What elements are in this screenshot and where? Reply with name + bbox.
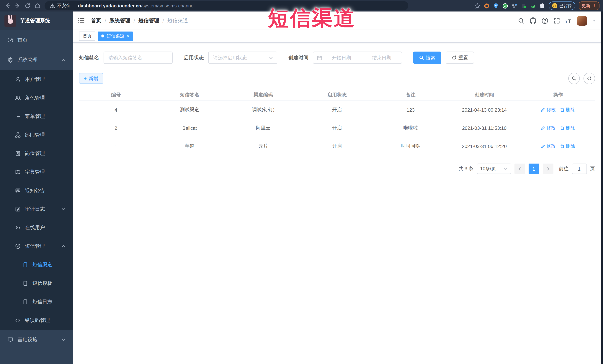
cell-code: 阿里云 — [226, 125, 300, 131]
sidebar-item-label: 短信渠道 — [32, 262, 52, 268]
toggle-search-button[interactable] — [568, 73, 580, 84]
search-icon — [571, 76, 576, 81]
edit-link[interactable]: 修改 — [541, 143, 556, 149]
refresh-table-button[interactable] — [583, 73, 595, 84]
sidebar-item-label: 通知公告 — [25, 187, 45, 194]
sidebar-item-sms-log[interactable]: 短信日志 — [0, 293, 73, 311]
hamburger-icon[interactable] — [78, 17, 85, 24]
sign-label: 短信签名 — [79, 54, 99, 61]
broadcast-icon — [15, 225, 21, 231]
next-page-button[interactable] — [543, 164, 553, 174]
app-logo[interactable]: 芋道管理系统 — [0, 11, 73, 30]
extension-orange-icon[interactable] — [484, 3, 489, 9]
bookmark-star-icon[interactable] — [474, 3, 480, 9]
status-label: 启用状态 — [184, 54, 204, 61]
edit-link[interactable]: 修改 — [541, 107, 556, 113]
sidebar-item-sms-mgmt[interactable]: 短信管理 — [0, 237, 73, 255]
tag-sms-channel[interactable]: 短信渠道 × — [98, 31, 133, 41]
github-icon[interactable] — [530, 17, 536, 24]
page-number-1[interactable]: 1 — [528, 164, 539, 174]
cell-remark: 123 — [374, 107, 447, 112]
column-header: 启用状态 — [300, 92, 374, 98]
page-size-select[interactable]: 10条/页 — [477, 164, 511, 174]
sign-input[interactable] — [104, 52, 173, 64]
delete-link[interactable]: 删除 — [560, 143, 575, 149]
edit-link[interactable]: 修改 — [541, 125, 556, 131]
tag-home[interactable]: 首页 — [79, 31, 95, 41]
document-icon — [22, 262, 28, 268]
caret-down-icon[interactable] — [593, 20, 596, 22]
start-date-placeholder[interactable]: 开始日期 — [325, 54, 358, 61]
sidebar-item-sms-template[interactable]: 短信模板 — [0, 274, 73, 293]
sidebar-item-post-mgmt[interactable]: 岗位管理 — [0, 144, 73, 163]
home-icon[interactable] — [35, 3, 41, 9]
fullscreen-icon[interactable] — [553, 17, 560, 24]
tag-label: 短信渠道 — [106, 33, 124, 39]
sidebar: 芋道管理系统 首页 系统管理 用户管理 角色管理 菜单管理 部门管理 — [0, 11, 73, 364]
font-size-icon[interactable]: TT — [565, 17, 572, 24]
cell-id: 2 — [79, 125, 153, 131]
breadcrumb-sms[interactable]: 短信管理 — [139, 17, 159, 24]
delete-link[interactable]: 删除 — [560, 107, 575, 113]
sidebar-item-notice-mgmt[interactable]: 通知公告 — [0, 181, 73, 200]
sidebar-item-menu-mgmt[interactable]: 菜单管理 — [0, 107, 73, 126]
refresh-icon — [587, 76, 591, 81]
back-icon[interactable] — [4, 3, 11, 9]
sidebar-item-role-mgmt[interactable]: 角色管理 — [0, 89, 73, 107]
address-bar[interactable]: 不安全 dashboard.yudao.iocoder.cn/system/sm… — [45, 1, 408, 10]
add-button[interactable]: + 新增 — [79, 73, 103, 84]
search-icon[interactable] — [518, 17, 524, 24]
extension-grid-icon[interactable] — [511, 3, 517, 9]
delete-icon — [560, 108, 565, 112]
search-button[interactable]: 搜索 — [413, 52, 441, 64]
reset-button[interactable]: 重置 — [446, 52, 474, 64]
sidebar-item-sms-channel[interactable]: 短信渠道 — [0, 255, 73, 274]
browser-toolbar: 不安全 dashboard.yudao.iocoder.cn/system/sm… — [0, 0, 603, 11]
tag-close-icon[interactable]: × — [127, 34, 129, 38]
cell-status: 开启 — [300, 106, 374, 113]
cell-code: 云片 — [226, 143, 300, 149]
sidebar-item-dept-mgmt[interactable]: 部门管理 — [0, 126, 73, 144]
warning-icon — [50, 3, 55, 8]
security-label[interactable]: 不安全 — [57, 3, 70, 9]
sidebar-item-label: 岗位管理 — [25, 150, 45, 157]
user-avatar[interactable] — [577, 16, 587, 25]
extension-check-icon[interactable] — [502, 3, 508, 9]
forward-icon[interactable] — [14, 3, 21, 9]
browser-update-button[interactable]: 更新 ⋮ — [579, 1, 599, 10]
delete-link[interactable]: 删除 — [560, 125, 575, 131]
extension-pin-icon[interactable] — [493, 3, 499, 9]
role-icon — [15, 95, 21, 101]
app-title: 芋道管理系统 — [20, 17, 50, 24]
breadcrumb-home[interactable]: 首页 — [91, 17, 101, 24]
sidebar-item-audit-log[interactable]: 审计日志 — [0, 200, 73, 219]
date-range-picker[interactable]: 开始日期 - 结束日期 — [313, 52, 402, 64]
prev-page-button[interactable] — [514, 164, 525, 174]
extension-dark-icon[interactable] — [521, 3, 527, 9]
sidebar-item-system-mgmt[interactable]: 系统管理 — [0, 50, 73, 70]
profile-paused-badge[interactable]: 已暂停 — [548, 1, 575, 10]
audit-edit-icon — [15, 206, 21, 212]
goto-page-input[interactable] — [572, 164, 587, 174]
page-unit: 页 — [590, 165, 595, 172]
sidebar-item-home[interactable]: 首页 — [0, 30, 73, 50]
shield-icon — [15, 243, 21, 249]
sidebar-item-dict-mgmt[interactable]: 字典管理 — [0, 163, 73, 181]
cell-created: 2021-03-31 06:12:20 — [447, 143, 521, 149]
breadcrumb-system[interactable]: 系统管理 — [109, 17, 130, 24]
sidebar-item-error-code[interactable]: 错误码管理 — [0, 311, 73, 330]
sidebar-item-user-mgmt[interactable]: 用户管理 — [0, 70, 73, 89]
extensions-puzzle-icon[interactable] — [539, 3, 545, 9]
sidebar-item-infrastructure[interactable]: 基础设施 — [0, 330, 73, 350]
help-icon[interactable] — [541, 17, 548, 24]
status-select[interactable]: 请选择启用状态 — [208, 52, 277, 64]
user-icon — [15, 77, 21, 82]
app-window: 不安全 dashboard.yudao.iocoder.cn/system/sm… — [0, 0, 603, 364]
end-date-placeholder[interactable]: 结束日期 — [365, 54, 398, 61]
reload-icon[interactable] — [24, 3, 31, 9]
page-url[interactable]: dashboard.yudao.iocoder.cn/system/sms/sm… — [78, 3, 195, 8]
chevron-down-icon — [61, 207, 66, 211]
sidebar-item-online-users[interactable]: 在线用户 — [0, 219, 73, 237]
extension-leaf-icon[interactable] — [530, 3, 536, 9]
window-scrollbar[interactable] — [601, 11, 603, 364]
